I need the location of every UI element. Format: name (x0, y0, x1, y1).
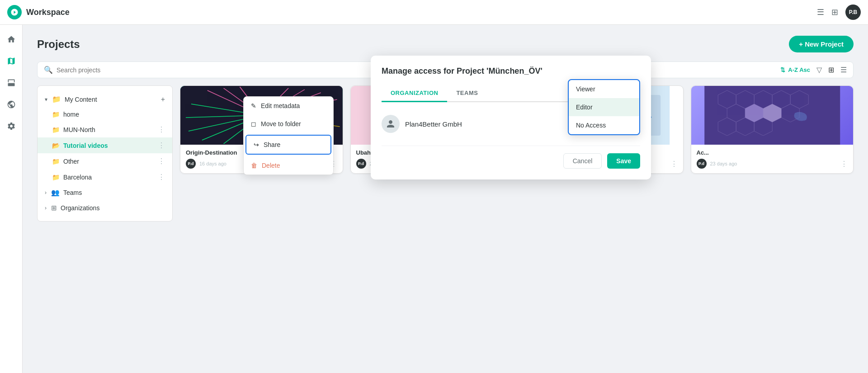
teams-section[interactable]: › 👥 Teams (38, 185, 172, 200)
chevron-down-icon: ▾ (45, 96, 47, 103)
modal-title: Manage access for Project 'München_ÖV' (382, 66, 640, 76)
folder-other[interactable]: 📁 Other ⋮ (38, 153, 172, 169)
cancel-button[interactable]: Cancel (563, 153, 602, 169)
list-view-button[interactable]: ☰ (840, 66, 847, 74)
share-label: Share (264, 141, 280, 148)
topbar: Workspace ☰ ⊞ P.B (0, 0, 868, 25)
sort-label: A-Z Asc (788, 66, 810, 73)
sidebar-item-map[interactable] (2, 52, 20, 70)
card-avatar-4: P.d (697, 159, 707, 169)
app-logo (7, 5, 22, 19)
card-name-4: Ac... (697, 149, 848, 156)
edit-metadata-label: Edit metadata (261, 102, 300, 109)
manage-access-modal: Manage access for Project 'München_ÖV' O… (371, 56, 651, 179)
card-avatar-1: P.d (186, 159, 196, 169)
grid-icon[interactable]: ⊞ (831, 7, 838, 17)
tab-organization[interactable]: ORGANIZATION (382, 85, 447, 102)
context-share[interactable]: ↪ Share (245, 135, 331, 155)
folder-more-button[interactable]: ⋮ (158, 173, 165, 181)
folder-more-button[interactable]: ⋮ (158, 157, 165, 165)
main-content: Projects + New Project 🔍 ⇅ A-Z Asc ▽ ⊞ ☰… (23, 25, 868, 373)
folder-icon: 📁 (52, 158, 60, 165)
app-title: Workspace (26, 8, 70, 17)
edit-icon: ✎ (251, 102, 256, 109)
role-options-dropdown: Viewer Editor No Access (568, 79, 640, 135)
context-delete[interactable]: 🗑 Delete (244, 156, 333, 175)
my-content-label: My Content (65, 96, 97, 103)
move-to-folder-label: Move to folder (261, 120, 301, 127)
card-time-1: 16 days ago (199, 161, 226, 166)
teams-icon: 👥 (51, 189, 60, 197)
folder-icon: 📁 (52, 111, 60, 118)
folder-mun-north[interactable]: 📁 MUN-North ⋮ (38, 122, 172, 137)
sort-button[interactable]: ⇅ A-Z Asc (780, 66, 810, 73)
chevron-right-icon: › (45, 189, 47, 196)
folder-mun-north-label: MUN-North (63, 126, 95, 133)
folder-move-icon: ◻ (251, 120, 256, 127)
organizations-label: Organizations (61, 204, 99, 212)
card-body-4: Ac... P.d 23 days ago ⋮ (691, 145, 854, 173)
folder-barcelona[interactable]: 📁 Barcelona ⋮ (38, 169, 172, 185)
share-icon: ↪ (254, 141, 259, 148)
delete-icon: 🗑 (251, 162, 257, 169)
folder-home[interactable]: 📁 home (38, 107, 172, 122)
organizations-section[interactable]: › ⊞ Organizations (38, 200, 172, 216)
projects-header: Projects + New Project (37, 36, 854, 52)
sidebar-item-globe[interactable] (2, 95, 20, 113)
sidebar-item-home[interactable] (2, 30, 20, 48)
folder-icon: 📂 (52, 142, 60, 149)
new-project-button[interactable]: + New Project (789, 36, 854, 52)
card-footer-4: P.d 23 days ago ⋮ (697, 159, 848, 169)
folder-more-button[interactable]: ⋮ (158, 141, 165, 150)
chevron-right-icon: › (45, 205, 47, 211)
sort-icon: ⇅ (780, 66, 785, 73)
list-icon[interactable]: ☰ (817, 7, 824, 17)
project-card-4[interactable]: Ac... P.d 23 days ago ⋮ (691, 85, 854, 174)
teams-label: Teams (63, 189, 82, 196)
org-avatar (382, 115, 400, 133)
search-icon: 🔍 (44, 66, 53, 74)
sidebar (0, 25, 23, 373)
modal-footer: Cancel Save (382, 146, 640, 169)
folder-icon: 📁 (52, 95, 61, 104)
add-folder-button[interactable]: + (161, 95, 165, 104)
sidebar-item-data[interactable] (2, 74, 20, 92)
delete-label: Delete (262, 162, 280, 169)
card-thumbnail-4 (691, 86, 854, 145)
folder-tree: ▾ 📁 My Content + 📁 home 📁 MUN-North ⋮ 📂 … (37, 85, 173, 222)
save-button[interactable]: Save (607, 153, 640, 169)
card-avatar-2: P.d (356, 159, 366, 169)
folder-tutorial-videos-label: Tutorial videos (63, 142, 108, 149)
folder-icon: 📁 (52, 126, 60, 133)
card-time-4: 23 days ago (710, 161, 737, 166)
my-content-header[interactable]: ▾ 📁 My Content + (38, 91, 172, 107)
role-option-no-access[interactable]: No Access (569, 116, 639, 134)
context-edit-metadata[interactable]: ✎ Edit metadata (244, 97, 333, 115)
folder-barcelona-label: Barcelona (63, 174, 92, 181)
folder-home-label: home (63, 111, 79, 118)
topbar-actions: ☰ ⊞ P.B (817, 5, 861, 20)
folder-icon: 📁 (52, 174, 60, 181)
context-menu: ✎ Edit metadata ◻ Move to folder ↪ Share… (243, 96, 334, 175)
context-move-to-folder[interactable]: ◻ Move to folder (244, 115, 333, 133)
sidebar-item-settings[interactable] (2, 117, 20, 135)
filter-button[interactable]: ▽ (816, 66, 822, 74)
role-option-editor[interactable]: Editor (569, 98, 639, 116)
role-option-viewer[interactable]: Viewer (569, 80, 639, 98)
card-more-button-3[interactable]: ⋮ (670, 160, 678, 168)
grid-view-button[interactable]: ⊞ (828, 66, 834, 74)
page-title: Projects (37, 38, 80, 51)
folder-more-button[interactable]: ⋮ (158, 125, 165, 134)
tab-teams[interactable]: TEAMS (447, 85, 487, 102)
card-more-button-4[interactable]: ⋮ (840, 160, 848, 168)
folder-tutorial-videos[interactable]: 📂 Tutorial videos ⋮ (38, 137, 172, 153)
folder-other-label: Other (63, 158, 79, 165)
organizations-icon: ⊞ (51, 204, 57, 212)
user-avatar[interactable]: P.B (845, 5, 861, 20)
